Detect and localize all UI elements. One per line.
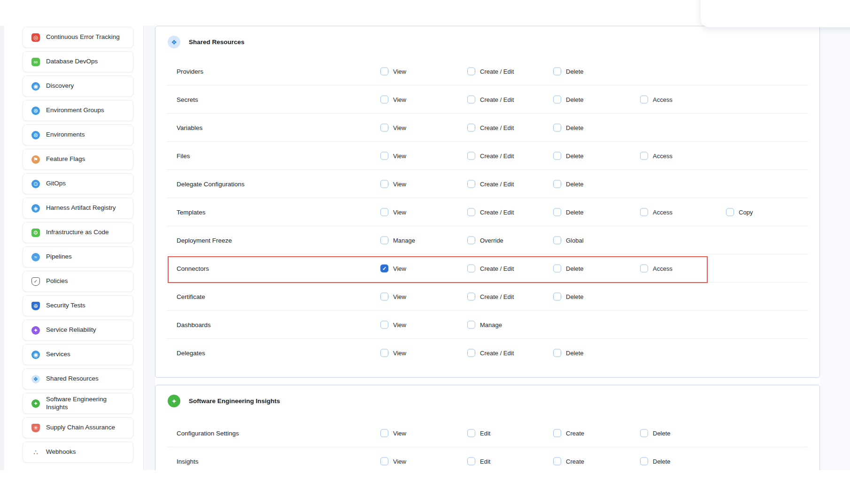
insights-view-checkbox[interactable]: View xyxy=(380,458,406,466)
connectors-delete-checkbox[interactable]: Delete xyxy=(553,265,584,273)
checkbox-unchecked[interactable] xyxy=(467,458,475,466)
checkbox-unchecked[interactable] xyxy=(467,180,475,188)
checkbox-unchecked[interactable] xyxy=(553,68,561,76)
templates-delete-checkbox[interactable]: Delete xyxy=(553,208,584,216)
checkbox-unchecked[interactable] xyxy=(380,68,388,76)
checkbox-unchecked[interactable] xyxy=(553,349,561,357)
checkbox-unchecked[interactable] xyxy=(380,321,388,329)
sidebar-item-discovery[interactable]: ◉Discovery xyxy=(23,76,133,97)
checkbox-unchecked[interactable] xyxy=(553,152,561,160)
configuration-settings-edit-checkbox[interactable]: Edit xyxy=(467,429,490,437)
checkbox-unchecked[interactable] xyxy=(467,349,475,357)
checkbox-unchecked[interactable] xyxy=(467,265,475,273)
checkbox-unchecked[interactable] xyxy=(553,237,561,244)
checkbox-unchecked[interactable] xyxy=(553,265,561,273)
checkbox-unchecked[interactable] xyxy=(640,96,648,104)
checkbox-checked[interactable] xyxy=(380,265,388,273)
sidebar-item-software-engineering-insights[interactable]: ✦Software Engineering Insights xyxy=(23,393,133,414)
dashboards-manage-checkbox[interactable]: Manage xyxy=(467,321,502,329)
deployment-freeze-manage-checkbox[interactable]: Manage xyxy=(380,237,415,244)
checkbox-unchecked[interactable] xyxy=(467,237,475,244)
configuration-settings-delete-checkbox[interactable]: Delete xyxy=(640,429,671,437)
sidebar-item-environment-groups[interactable]: ⊛Environment Groups xyxy=(23,100,133,121)
sidebar-item-shared-resources[interactable]: ❖Shared Resources xyxy=(23,368,133,389)
checkbox-unchecked[interactable] xyxy=(640,265,648,273)
variables-delete-checkbox[interactable]: Delete xyxy=(553,124,584,132)
certificate-view-checkbox[interactable]: View xyxy=(380,293,406,301)
secrets-view-checkbox[interactable]: View xyxy=(380,96,406,104)
sidebar-item-security-tests[interactable]: ⊕Security Tests xyxy=(23,295,133,316)
delegates-delete-checkbox[interactable]: Delete xyxy=(553,349,584,357)
checkbox-unchecked[interactable] xyxy=(467,293,475,301)
checkbox-unchecked[interactable] xyxy=(380,96,388,104)
checkbox-unchecked[interactable] xyxy=(553,429,561,437)
checkbox-unchecked[interactable] xyxy=(467,124,475,132)
templates-copy-checkbox[interactable]: Copy xyxy=(726,208,753,216)
checkbox-unchecked[interactable] xyxy=(380,124,388,132)
insights-create-checkbox[interactable]: Create xyxy=(553,458,584,466)
checkbox-unchecked[interactable] xyxy=(380,152,388,160)
sidebar-item-service-reliability[interactable]: ✦Service Reliability xyxy=(23,320,133,341)
dashboards-view-checkbox[interactable]: View xyxy=(380,321,406,329)
insights-delete-checkbox[interactable]: Delete xyxy=(640,458,671,466)
delegates-view-checkbox[interactable]: View xyxy=(380,349,406,357)
checkbox-unchecked[interactable] xyxy=(553,124,561,132)
checkbox-unchecked[interactable] xyxy=(553,180,561,188)
deployment-freeze-global-checkbox[interactable]: Global xyxy=(553,237,584,244)
checkbox-unchecked[interactable] xyxy=(640,429,648,437)
variables-create-edit-checkbox[interactable]: Create / Edit xyxy=(467,124,514,132)
checkbox-unchecked[interactable] xyxy=(467,321,475,329)
providers-delete-checkbox[interactable]: Delete xyxy=(553,68,584,76)
checkbox-unchecked[interactable] xyxy=(380,429,388,437)
checkbox-unchecked[interactable] xyxy=(467,429,475,437)
connectors-view-checkbox[interactable]: View xyxy=(380,265,406,273)
checkbox-unchecked[interactable] xyxy=(380,180,388,188)
sidebar-item-supply-chain-assurance[interactable]: ✳Supply Chain Assurance xyxy=(23,417,133,438)
providers-create-edit-checkbox[interactable]: Create / Edit xyxy=(467,68,514,76)
sidebar-item-environments[interactable]: ⊚Environments xyxy=(23,124,133,145)
sidebar-item-infrastructure-as-code[interactable]: ⚙Infrastructure as Code xyxy=(23,222,133,243)
checkbox-unchecked[interactable] xyxy=(553,293,561,301)
checkbox-unchecked[interactable] xyxy=(467,96,475,104)
delegate-configurations-create-edit-checkbox[interactable]: Create / Edit xyxy=(467,180,514,188)
checkbox-unchecked[interactable] xyxy=(640,208,648,216)
sidebar-item-continuous-error-tracking[interactable]: ◎Continuous Error Tracking xyxy=(23,27,133,48)
files-delete-checkbox[interactable]: Delete xyxy=(553,152,584,160)
checkbox-unchecked[interactable] xyxy=(553,208,561,216)
deployment-freeze-override-checkbox[interactable]: Override xyxy=(467,237,503,244)
sidebar-item-harness-artifact-registry[interactable]: ◈Harness Artifact Registry xyxy=(23,198,133,219)
templates-access-checkbox[interactable]: Access xyxy=(640,208,672,216)
insights-edit-checkbox[interactable]: Edit xyxy=(467,458,490,466)
sidebar-item-database-devops[interactable]: ∞Database DevOps xyxy=(23,51,133,72)
checkbox-unchecked[interactable] xyxy=(640,152,648,160)
delegate-configurations-delete-checkbox[interactable]: Delete xyxy=(553,180,584,188)
checkbox-unchecked[interactable] xyxy=(640,458,648,466)
checkbox-unchecked[interactable] xyxy=(726,208,734,216)
secrets-create-edit-checkbox[interactable]: Create / Edit xyxy=(467,96,514,104)
sidebar-item-services[interactable]: ◉Services xyxy=(23,344,133,365)
files-access-checkbox[interactable]: Access xyxy=(640,152,672,160)
providers-view-checkbox[interactable]: View xyxy=(380,68,406,76)
files-create-edit-checkbox[interactable]: Create / Edit xyxy=(467,152,514,160)
checkbox-unchecked[interactable] xyxy=(380,208,388,216)
checkbox-unchecked[interactable] xyxy=(553,96,561,104)
configuration-settings-create-checkbox[interactable]: Create xyxy=(553,429,584,437)
certificate-delete-checkbox[interactable]: Delete xyxy=(553,293,584,301)
secrets-delete-checkbox[interactable]: Delete xyxy=(553,96,584,104)
configuration-settings-view-checkbox[interactable]: View xyxy=(380,429,406,437)
checkbox-unchecked[interactable] xyxy=(380,237,388,244)
variables-view-checkbox[interactable]: View xyxy=(380,124,406,132)
scrollbar-track[interactable] xyxy=(143,26,155,470)
checkbox-unchecked[interactable] xyxy=(467,68,475,76)
checkbox-unchecked[interactable] xyxy=(467,152,475,160)
templates-create-edit-checkbox[interactable]: Create / Edit xyxy=(467,208,514,216)
sidebar-item-policies[interactable]: ✓Policies xyxy=(23,271,133,292)
checkbox-unchecked[interactable] xyxy=(467,208,475,216)
checkbox-unchecked[interactable] xyxy=(553,458,561,466)
files-view-checkbox[interactable]: View xyxy=(380,152,406,160)
delegate-configurations-view-checkbox[interactable]: View xyxy=(380,180,406,188)
delegates-create-edit-checkbox[interactable]: Create / Edit xyxy=(467,349,514,357)
connectors-access-checkbox[interactable]: Access xyxy=(640,265,672,273)
connectors-create-edit-checkbox[interactable]: Create / Edit xyxy=(467,265,514,273)
sidebar-item-feature-flags[interactable]: ⚑Feature Flags xyxy=(23,149,133,170)
